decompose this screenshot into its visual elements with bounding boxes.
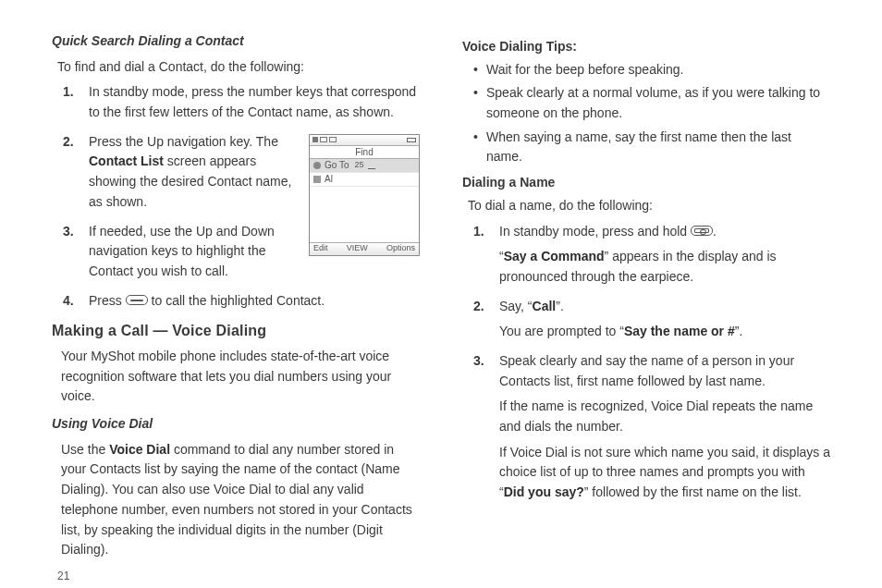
voice-dialing-body: Your MyShot mobile phone includes state-… <box>61 347 420 407</box>
voice-dialing-heading: Making a Call — Voice Dialing <box>52 320 420 343</box>
dial-step-2-p2: You are prompted to “Say the name or #”. <box>499 322 830 342</box>
dial-step-1-p2: “Say a Command” appears in the display a… <box>499 247 830 287</box>
step-3-text: If needed, use the Up and Down navigatio… <box>89 224 275 278</box>
s3p3bold: Did you say? <box>504 484 584 499</box>
s2p2b: ”. <box>735 324 743 338</box>
tips-heading: Voice Dialing Tips: <box>462 37 830 57</box>
tip-2: Speak clearly at a normal volume, as if … <box>473 83 830 123</box>
step-2-bold: Contact List <box>89 153 164 168</box>
using-voice-dial-heading: Using Voice Dial <box>52 414 420 435</box>
s1p2bold: Say a Command <box>504 249 605 263</box>
step-1-text: In standby mode, press the number keys t… <box>89 84 416 119</box>
using-voice-dial-body: Use the Voice Dial command to dial any n… <box>61 440 420 560</box>
s2p2bold: Say the name or # <box>624 324 735 338</box>
quick-search-heading: Quick Search Dialing a Contact <box>52 31 420 52</box>
figure-row-al: Al <box>310 173 419 187</box>
step-4-text-b: to call the highlighted Contact. <box>148 293 325 308</box>
battery-icon <box>407 138 416 142</box>
dialing-name-intro: To dial a name, do the following: <box>468 196 830 216</box>
step-4: Press to call the highlighted Contact. <box>59 291 420 312</box>
dial-step-2: Say, “Call”. You are prompted to “Say th… <box>470 297 830 342</box>
tips-list: Wait for the beep before speaking. Speak… <box>473 60 830 167</box>
voice-dial-body-a: Use the <box>61 442 109 457</box>
step-1: In standby mode, press the number keys t… <box>59 82 420 122</box>
figure-al-label: Al <box>325 172 333 187</box>
s3p1: Speak clearly and say the name of a pers… <box>499 353 794 388</box>
cursor-icon <box>368 161 375 169</box>
figure-find-label: Find <box>310 146 419 159</box>
dial-step-1a: In standby mode, press and hold <box>499 224 691 239</box>
dial-step-1b: . <box>713 224 717 239</box>
dialing-name-steps: In standby mode, press and hold . “Say a… <box>470 222 830 503</box>
camera-key-icon <box>691 226 713 236</box>
step-2: Find Go To 25 Al Edit VIEW <box>59 132 420 213</box>
s3p3b: ” followed by the first name on the list… <box>584 484 802 499</box>
left-column: Quick Search Dialing a Contact To find a… <box>52 31 420 545</box>
status-icon-2 <box>329 137 337 142</box>
voice-dial-body-bold: Voice Dial <box>109 442 170 457</box>
quick-search-intro: To find and dial a Contact, do the follo… <box>57 57 420 78</box>
dial-step-3: Speak clearly and say the name of a pers… <box>470 351 830 503</box>
contact-icon <box>313 176 321 183</box>
dial-step-3-p3: If Voice Dial is not sure which name you… <box>499 443 830 503</box>
figure-goto-num: 25 <box>355 159 364 172</box>
status-icon <box>320 137 327 142</box>
dialing-name-heading: Dialing a Name <box>462 173 830 193</box>
s2a: Say, “ <box>499 299 533 313</box>
signal-icon <box>312 137 318 142</box>
s2p2a: You are prompted to “ <box>499 324 624 338</box>
page-number: 21 <box>57 568 420 585</box>
step-2-text-a: Press the Up navigation key. The <box>89 134 278 149</box>
dial-step-1: In standby mode, press and hold . “Say a… <box>470 222 830 288</box>
s3p2: If the name is recognized, Voice Dial re… <box>499 397 830 436</box>
s2b: ”. <box>556 299 564 313</box>
figure-goto-label: Go To <box>325 158 349 173</box>
right-column: Voice Dialing Tips: Wait for the beep be… <box>462 31 830 545</box>
step-4-text-a: Press <box>89 293 126 308</box>
send-key-icon <box>126 295 148 305</box>
tip-1: Wait for the beep before speaking. <box>473 60 830 80</box>
voice-dial-body-b: command to dial any number stored in you… <box>61 442 412 557</box>
tip-3: When saying a name, say the first name t… <box>473 128 830 167</box>
two-column-layout: Quick Search Dialing a Contact To find a… <box>52 31 830 545</box>
quick-search-steps: In standby mode, press the number keys t… <box>59 82 420 311</box>
step-3: If needed, use the Up and Down navigatio… <box>59 222 420 282</box>
figure-row-goto: Go To 25 <box>310 159 419 173</box>
magnify-icon <box>313 162 321 169</box>
figure-statusbar <box>310 135 419 146</box>
s2bold: Call <box>533 299 557 313</box>
